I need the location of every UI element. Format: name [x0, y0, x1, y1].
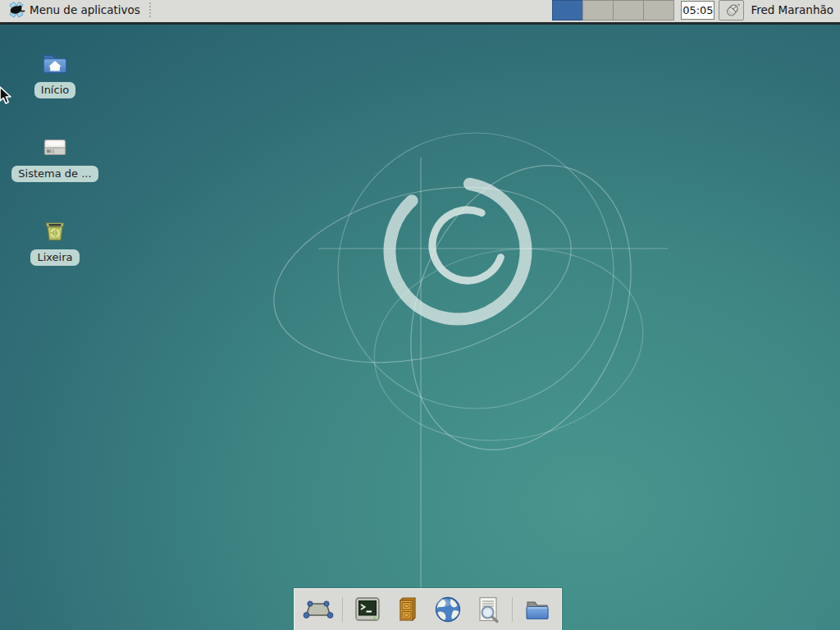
debian-swirl-wallpaper: [0, 0, 840, 630]
trash-icon: [40, 216, 70, 245]
top-panel: Menu de aplicativos 05:05 Fred Maranhão: [0, 0, 840, 25]
desktop-icon-label: Lixeira: [30, 249, 79, 266]
application-finder-icon: [472, 594, 504, 625]
web-browser-icon: [432, 594, 463, 625]
session-action-button[interactable]: [719, 0, 744, 21]
home-folder-icon: [40, 48, 70, 78]
workspace-cell-3[interactable]: [613, 0, 644, 21]
workspace-cell-2[interactable]: [582, 0, 614, 21]
application-finder-launcher[interactable]: [472, 593, 504, 626]
file-cabinet-launcher[interactable]: [391, 593, 424, 626]
dock-separator: [342, 597, 344, 622]
bottom-dock: [294, 588, 562, 630]
show-desktop-button[interactable]: [302, 593, 335, 626]
panel-grip-handle[interactable]: [148, 1, 153, 19]
workspace-cell-1[interactable]: [552, 0, 583, 21]
desktop-background: Início Sistema de ... Lixeira: [0, 0, 840, 630]
file-manager-launcher[interactable]: [521, 593, 554, 626]
web-browser-launcher[interactable]: [431, 593, 464, 626]
desktop-icon-home[interactable]: Início: [6, 48, 104, 98]
file-cabinet-icon: [392, 594, 423, 625]
show-desktop-icon: [303, 594, 334, 625]
xfce-mouse-logo-icon: [7, 1, 25, 19]
computer-mouse-icon: [724, 2, 740, 18]
desktop-icon-label: Sistema de ...: [11, 166, 98, 182]
applications-menu-label: Menu de aplicativos: [30, 3, 140, 16]
workspace-cell-4[interactable]: [643, 0, 674, 21]
filesystem-drive-icon: [40, 132, 70, 162]
workspace-switcher: [553, 0, 674, 21]
desktop-icon-filesystem[interactable]: Sistema de ...: [6, 132, 104, 182]
terminal-icon: [352, 594, 383, 625]
terminal-launcher[interactable]: [351, 593, 384, 626]
applications-menu-button[interactable]: Menu de aplicativos: [5, 0, 143, 21]
desktop-icon-label: Início: [34, 82, 75, 98]
desktop-icon-trash[interactable]: Lixeira: [6, 216, 104, 266]
dock-separator: [512, 597, 514, 622]
file-manager-icon: [522, 594, 553, 625]
clock[interactable]: 05:05: [681, 1, 714, 20]
logged-in-username: Fred Maranhão: [751, 3, 833, 16]
clock-time: 05:05: [682, 4, 713, 16]
